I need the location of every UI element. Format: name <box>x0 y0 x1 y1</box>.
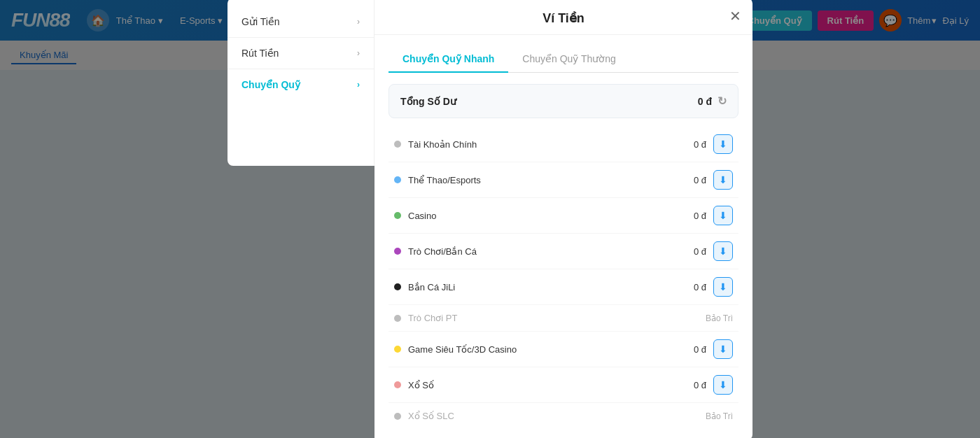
wallet-transfer-button[interactable]: ⬇ <box>713 241 733 261</box>
wallet-dot <box>394 346 401 353</box>
wallet-item-tai-khoan-chinh: Tài Khoản Chính 0 đ ⬇ <box>388 127 738 162</box>
sidebar-item-gui-tien[interactable]: Gửi Tiền › <box>227 6 374 38</box>
wallet-dot <box>394 413 401 420</box>
wallet-item-tro-choi-pt: Trò Chơi PT Bảo Trì <box>388 305 738 332</box>
wallet-dot <box>394 283 401 290</box>
balance-label: Tổng Số Dư <box>400 96 456 107</box>
balance-card: Tổng Số Dư 0 đ ↻ <box>388 84 738 118</box>
wallet-transfer-button[interactable]: ⬇ <box>713 277 733 297</box>
wallet-name: Tài Khoản Chính <box>408 139 477 150</box>
modal-header: Ví Tiền ✕ <box>374 0 752 35</box>
wallet-name: Trò Chơi PT <box>408 313 457 323</box>
wallet-amount: 0 đ <box>694 211 706 221</box>
wallet-name: Trò Chơi/Bắn Cá <box>408 246 477 257</box>
wallet-dot <box>394 212 401 219</box>
chevron-right-icon: › <box>357 80 360 90</box>
wallet-dot <box>394 248 401 255</box>
refresh-icon[interactable]: ↻ <box>718 94 727 108</box>
chevron-right-icon: › <box>357 17 360 27</box>
wallet-dot <box>394 141 401 148</box>
wallet-name: Xổ Số <box>408 380 434 390</box>
modal-tabs: Chuyển Quỹ Nhanh Chuyển Quỹ Thường <box>388 46 738 73</box>
sidebar-item-chuyen-quy[interactable]: Chuyển Quỹ › <box>227 69 374 100</box>
wallet-amount: 0 đ <box>694 380 706 390</box>
wallet-item-xo-so-slc: Xổ Số SLC Bảo Trì <box>388 403 738 429</box>
wallet-item-tro-choi-ban-ca: Trò Chơi/Bắn Cá 0 đ ⬇ <box>388 234 738 269</box>
wallet-name: Xổ Số SLC <box>408 411 454 421</box>
modal-container: Gửi Tiền › Rút Tiền › Chuyển Quỹ › Ví Ti… <box>227 0 752 438</box>
main-modal: Ví Tiền ✕ Chuyển Quỹ Nhanh Chuyển Quỹ Th… <box>374 0 752 438</box>
wallet-amount: 0 đ <box>694 246 706 257</box>
wallet-transfer-button[interactable]: ⬇ <box>713 206 733 225</box>
chevron-right-icon: › <box>357 48 360 58</box>
modal-close-button[interactable]: ✕ <box>729 9 741 23</box>
tab-chuyen-quy-nhanh[interactable]: Chuyển Quỹ Nhanh <box>388 46 508 73</box>
maintenance-badge: Bảo Trì <box>706 313 733 323</box>
wallet-item-casino: Casino 0 đ ⬇ <box>388 198 738 234</box>
wallet-name: Game Siêu Tốc/3D Casino <box>408 344 517 355</box>
modal-title: Ví Tiền <box>542 11 584 25</box>
tab-chuyen-quy-thuong[interactable]: Chuyển Quỹ Thường <box>508 46 630 73</box>
sidebar-panel: Gửi Tiền › Rút Tiền › Chuyển Quỹ › <box>227 0 374 166</box>
modal-body: Chuyển Quỹ Nhanh Chuyển Quỹ Thường Tổng … <box>374 35 752 438</box>
wallet-dot <box>394 176 401 183</box>
wallet-amount: 0 đ <box>694 282 706 292</box>
wallet-dot <box>394 315 401 322</box>
balance-value: 0 đ ↻ <box>698 94 727 108</box>
wallet-item-game-sieu-toc: Game Siêu Tốc/3D Casino 0 đ ⬇ <box>388 332 738 367</box>
wallet-list: Tài Khoản Chính 0 đ ⬇ Thể Thao/Esports 0… <box>388 127 738 429</box>
wallet-transfer-button[interactable]: ⬇ <box>713 170 733 190</box>
wallet-transfer-button[interactable]: ⬇ <box>713 339 733 359</box>
wallet-dot <box>394 381 401 388</box>
wallet-amount: 0 đ <box>694 344 706 355</box>
wallet-transfer-button[interactable]: ⬇ <box>713 134 733 154</box>
wallet-name: Thể Thao/Esports <box>408 175 481 185</box>
wallet-name: Casino <box>408 211 436 221</box>
wallet-amount: 0 đ <box>694 175 706 185</box>
maintenance-badge: Bảo Trì <box>706 411 733 421</box>
wallet-amount: 0 đ <box>694 139 706 150</box>
wallet-name: Bắn Cá JiLi <box>408 282 455 292</box>
wallet-item-ban-ca-jili: Bắn Cá JiLi 0 đ ⬇ <box>388 269 738 305</box>
sidebar-item-rut-tien[interactable]: Rút Tiền › <box>227 38 374 69</box>
wallet-item-xo-so: Xổ Số 0 đ ⬇ <box>388 367 738 403</box>
wallet-item-the-thao-esports: Thể Thao/Esports 0 đ ⬇ <box>388 162 738 198</box>
wallet-transfer-button[interactable]: ⬇ <box>713 375 733 395</box>
